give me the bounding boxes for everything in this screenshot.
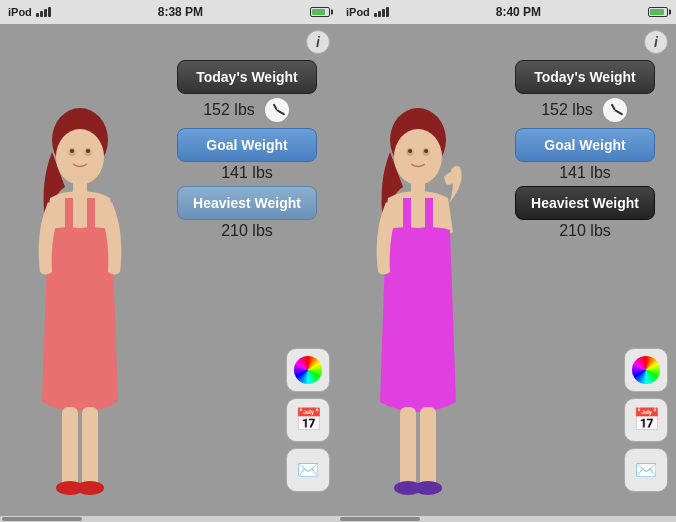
figure-area-2 — [338, 24, 498, 522]
goal-weight-value-2: 141 lbs — [559, 164, 611, 182]
envelope-icon-1: ✉️ — [297, 459, 319, 481]
svg-rect-8 — [87, 198, 95, 228]
todays-weight-display-1: 152 lbs — [203, 96, 291, 124]
goal-weight-button-1[interactable]: Goal Weight — [177, 128, 317, 162]
wifi-icon-2 — [374, 7, 389, 17]
svg-point-25 — [414, 481, 442, 495]
svg-rect-23 — [420, 407, 436, 487]
color-wheel-icon-2 — [632, 356, 660, 384]
goal-weight-section-1: Goal Weight 141 lbs — [164, 128, 330, 182]
heaviest-weight-value-2: 210 lbs — [559, 222, 611, 240]
scroll-indicator-1 — [0, 516, 338, 522]
device-name-1: iPod — [8, 6, 32, 18]
status-right-1 — [310, 7, 330, 17]
controls-area-1: i Today's Weight 152 lbs Goal Weight 141… — [160, 24, 338, 522]
heaviest-weight-section-2: Heaviest Weight 210 lbs — [502, 186, 668, 240]
todays-weight-section-1: Today's Weight 152 lbs — [164, 32, 330, 124]
svg-point-17 — [408, 149, 412, 153]
scroll-indicator-2 — [338, 516, 676, 522]
calendar-icon-1: 📅 — [295, 407, 322, 433]
info-button-2[interactable]: i — [644, 30, 668, 54]
svg-point-12 — [76, 481, 104, 495]
goal-weight-display-2: 141 lbs — [559, 164, 611, 182]
calendar-button-2[interactable]: 📅 — [624, 398, 668, 442]
todays-weight-button-2[interactable]: Today's Weight — [515, 60, 655, 94]
heaviest-weight-button-2[interactable]: Heaviest Weight — [515, 186, 655, 220]
envelope-icon-2: ✉️ — [635, 459, 657, 481]
heaviest-weight-display-2: 210 lbs — [559, 222, 611, 240]
svg-point-18 — [424, 149, 428, 153]
status-left-2: iPod — [346, 6, 389, 18]
status-left-1: iPod — [8, 6, 51, 18]
main-content-2: i Today's Weight 152 lbs Goal Weight 141… — [338, 24, 676, 522]
color-wheel-button-1[interactable] — [286, 348, 330, 392]
color-wheel-icon-1 — [294, 356, 322, 384]
todays-weight-section-2: Today's Weight 152 lbs — [502, 32, 668, 124]
bottom-buttons-1: 📅 ✉️ — [286, 348, 330, 492]
phone-panel-1: iPod 8:38 PM — [0, 0, 338, 522]
main-content-1: i Today's Weight 152 lbs Goal Weight 141… — [0, 24, 338, 522]
calendar-button-1[interactable]: 📅 — [286, 398, 330, 442]
goal-weight-value-1: 141 lbs — [221, 164, 273, 182]
figure-svg-1 — [10, 102, 150, 522]
todays-weight-button-1[interactable]: Today's Weight — [177, 60, 317, 94]
todays-weight-value-2: 152 lbs — [541, 101, 593, 119]
time-2: 8:40 PM — [496, 5, 541, 19]
status-bar-1: iPod 8:38 PM — [0, 0, 338, 24]
svg-rect-9 — [62, 407, 78, 487]
clock-icon-1 — [263, 96, 291, 124]
heaviest-weight-button-1[interactable]: Heaviest Weight — [177, 186, 317, 220]
goal-weight-button-2[interactable]: Goal Weight — [515, 128, 655, 162]
wifi-icon-1 — [36, 7, 51, 17]
battery-icon-1 — [310, 7, 330, 17]
goal-weight-display-1: 141 lbs — [221, 164, 273, 182]
todays-weight-display-2: 152 lbs — [541, 96, 629, 124]
svg-point-1 — [56, 129, 104, 185]
phone-panel-2: iPod 8:40 PM — [338, 0, 676, 522]
svg-point-4 — [70, 149, 74, 153]
time-1: 8:38 PM — [158, 5, 203, 19]
figure-area-1 — [0, 24, 160, 522]
svg-point-14 — [394, 129, 442, 185]
figure-svg-2 — [348, 102, 488, 522]
heaviest-weight-section-1: Heaviest Weight 210 lbs — [164, 186, 330, 240]
svg-rect-7 — [65, 198, 73, 228]
svg-rect-10 — [82, 407, 98, 487]
mail-button-1[interactable]: ✉️ — [286, 448, 330, 492]
bottom-buttons-2: 📅 ✉️ — [624, 348, 668, 492]
goal-weight-section-2: Goal Weight 141 lbs — [502, 128, 668, 182]
battery-icon-2 — [648, 7, 668, 17]
svg-point-5 — [86, 149, 90, 153]
svg-rect-21 — [425, 198, 433, 228]
scroll-thumb-1 — [2, 517, 82, 521]
scroll-thumb-2 — [340, 517, 420, 521]
heaviest-weight-display-1: 210 lbs — [221, 222, 273, 240]
calendar-icon-2: 📅 — [633, 407, 660, 433]
controls-area-2: i Today's Weight 152 lbs Goal Weight 141… — [498, 24, 676, 522]
mail-button-2[interactable]: ✉️ — [624, 448, 668, 492]
svg-rect-22 — [400, 407, 416, 487]
svg-rect-20 — [403, 198, 411, 228]
device-name-2: iPod — [346, 6, 370, 18]
color-wheel-button-2[interactable] — [624, 348, 668, 392]
todays-weight-value-1: 152 lbs — [203, 101, 255, 119]
info-button-1[interactable]: i — [306, 30, 330, 54]
status-right-2 — [648, 7, 668, 17]
clock-icon-2 — [601, 96, 629, 124]
status-bar-2: iPod 8:40 PM — [338, 0, 676, 24]
heaviest-weight-value-1: 210 lbs — [221, 222, 273, 240]
